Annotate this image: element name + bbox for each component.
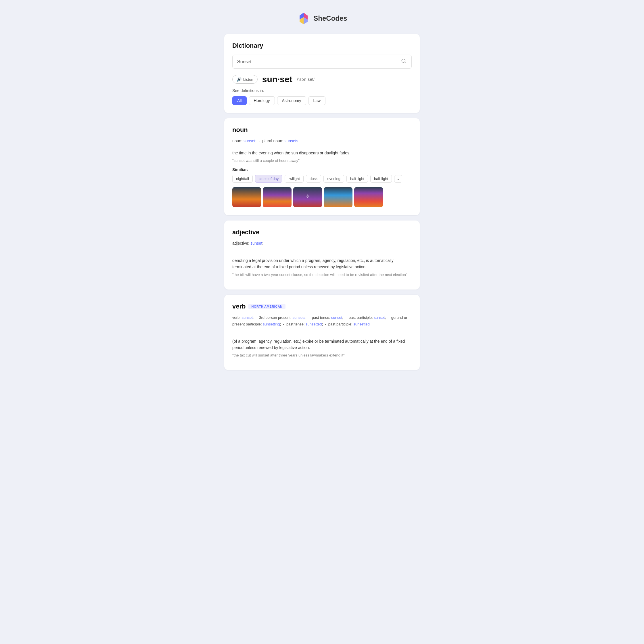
phonetic-display: /ˈsən,set/ — [297, 77, 315, 82]
logo-text: SheCodes — [313, 14, 347, 22]
word-header: 🔊 Listen sun·set /ˈsən,set/ — [232, 74, 412, 84]
noun-definition: the time in the evening when the sun dis… — [232, 150, 412, 156]
search-icon — [401, 58, 406, 64]
search-box-container — [232, 55, 412, 69]
north-american-badge: NORTH AMERICAN — [248, 304, 285, 309]
sunset-image-5 — [354, 187, 383, 207]
sunset-images-row: ✈ — [232, 187, 412, 207]
word-display: sun·set — [262, 74, 292, 84]
verb-link-2[interactable]: sunsets — [293, 315, 306, 320]
tags-row: nightfall close of day twilight dusk eve… — [232, 175, 412, 183]
tag-twilight[interactable]: twilight — [285, 175, 304, 183]
adjective-forms-prefix: adjective: — [232, 241, 249, 246]
sunset-plane-svg: ✈ — [293, 187, 322, 207]
noun-forms-prefix: noun: — [232, 139, 242, 143]
search-button[interactable] — [400, 58, 407, 66]
speaker-icon: 🔊 — [237, 77, 241, 82]
verb-link-6[interactable]: sunsetted — [306, 322, 322, 326]
adjective-card: adjective adjective: sunset; denoting a … — [224, 221, 420, 290]
adjective-pos: adjective — [232, 229, 412, 236]
logo-area: SheCodes — [224, 11, 420, 25]
page-title: Dictionary — [232, 42, 412, 49]
sunset-image-4 — [324, 187, 352, 207]
shecodes-logo-icon — [297, 11, 311, 25]
tag-dusk[interactable]: dusk — [306, 175, 321, 183]
search-input[interactable] — [237, 59, 400, 64]
adjective-definition: denoting a legal provision under which a… — [232, 257, 412, 270]
verb-card: verb NORTH AMERICAN verb: sunset; - 3rd … — [224, 295, 420, 370]
noun-forms: noun: sunset; - plural noun: sunsets; — [232, 138, 412, 145]
cat-btn-horology[interactable]: Horology — [249, 96, 275, 105]
cat-btn-law[interactable]: Law — [308, 96, 326, 105]
tag-half-light-2[interactable]: half-light — [370, 175, 392, 183]
noun-word-link[interactable]: sunset — [244, 139, 255, 143]
noun-plural-link[interactable]: sunsets — [284, 139, 298, 143]
see-definitions-label: See definitions in: — [232, 88, 412, 93]
noun-pos: noun — [232, 126, 412, 134]
listen-button[interactable]: 🔊 Listen — [232, 75, 258, 84]
tag-nightfall[interactable]: nightfall — [232, 175, 253, 183]
search-card: Dictionary 🔊 Listen sun·set /ˈsən,set/ S… — [224, 34, 420, 113]
cat-btn-astronomy[interactable]: Astronomy — [277, 96, 306, 105]
sunset-image-2 — [263, 187, 292, 207]
sunset-image-3: ✈ — [293, 187, 322, 207]
tag-close-of-day[interactable]: close of day — [255, 175, 282, 183]
verb-pos: verb — [232, 303, 246, 310]
adjective-forms: adjective: sunset; — [232, 240, 412, 247]
verb-definition: (of a program, agency, regulation, etc.)… — [232, 338, 412, 351]
adjective-word-link[interactable]: sunset — [250, 241, 262, 246]
verb-forms: verb: sunset; - 3rd person present: suns… — [232, 314, 412, 328]
verb-link-7[interactable]: sunsetted — [353, 322, 369, 326]
tag-evening[interactable]: evening — [323, 175, 344, 183]
verb-example: "the tax cut will sunset after three yea… — [232, 353, 412, 357]
category-buttons: All Horology Astronomy Law — [232, 96, 412, 105]
verb-link-1[interactable]: sunset — [242, 315, 253, 320]
sunset-image-1 — [232, 187, 261, 207]
noun-example: "sunset was still a couple of hours away… — [232, 158, 412, 163]
verb-link-4[interactable]: sunset — [374, 315, 385, 320]
svg-line-5 — [405, 62, 405, 63]
adjective-example: "the bill will have a two-year sunset cl… — [232, 273, 412, 277]
noun-plural-prefix: plural noun: — [262, 139, 283, 143]
verb-link-3[interactable]: sunset — [331, 315, 342, 320]
verb-link-5[interactable]: sunsetting — [263, 322, 280, 326]
cat-btn-all[interactable]: All — [232, 96, 247, 105]
noun-card: noun noun: sunset; - plural noun: sunset… — [224, 118, 420, 215]
tags-expand-button[interactable]: ⌄ — [394, 175, 402, 183]
tag-half-light-1[interactable]: half-light — [346, 175, 368, 183]
svg-text:✈: ✈ — [306, 193, 310, 199]
similiar-label: Similiar: — [232, 167, 412, 172]
